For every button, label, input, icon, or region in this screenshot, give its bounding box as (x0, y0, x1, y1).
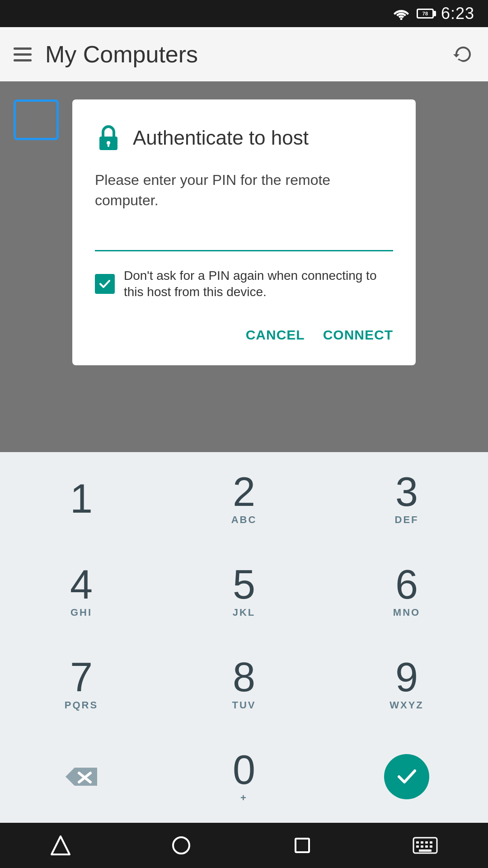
app-bar-left: My Computers (14, 41, 198, 68)
key-5[interactable]: 5 JKL (163, 545, 325, 637)
keyboard-button[interactable] (412, 834, 439, 857)
svg-rect-14 (430, 841, 432, 844)
dialog-title: Authenticate to host (133, 127, 309, 149)
recents-button[interactable] (291, 834, 314, 857)
checkmark-icon (99, 278, 111, 290)
status-bar: 78 6:23 (0, 0, 488, 27)
key-3[interactable]: 3 DEF (325, 452, 488, 545)
svg-point-0 (400, 18, 402, 20)
computer-card-peek (14, 99, 59, 140)
cancel-button[interactable]: CANCEL (246, 323, 305, 347)
svg-rect-12 (421, 841, 423, 844)
key-confirm[interactable] (325, 730, 488, 823)
svg-rect-3 (108, 144, 109, 147)
home-icon (170, 834, 192, 857)
dialog-title-row: Authenticate to host (95, 122, 393, 154)
connect-button[interactable]: CONNECT (323, 323, 393, 347)
key-2[interactable]: 2 ABC (163, 452, 325, 545)
dialog-message: Please enter your PIN for the remote com… (95, 170, 393, 211)
svg-rect-9 (296, 839, 309, 852)
backspace-icon (63, 763, 99, 790)
svg-rect-11 (416, 841, 419, 844)
confirm-checkmark-icon (394, 764, 419, 789)
key-0[interactable]: 0 + (163, 730, 325, 823)
keyboard-icon (412, 834, 439, 857)
svg-point-8 (173, 837, 189, 854)
key-8[interactable]: 8 TUV (163, 637, 325, 730)
svg-rect-17 (425, 845, 428, 848)
svg-marker-7 (52, 836, 70, 854)
recents-icon (291, 834, 314, 857)
back-button[interactable] (49, 834, 72, 857)
auth-dialog: Authenticate to host Please enter your P… (72, 99, 416, 365)
status-time: 6:23 (441, 4, 474, 23)
menu-button[interactable] (14, 47, 32, 61)
key-7[interactable]: 7 PQRS (0, 637, 163, 730)
key-9[interactable]: 9 WXYZ (325, 637, 488, 730)
svg-rect-16 (421, 845, 423, 848)
battery-icon: 78 (417, 9, 434, 19)
checkbox-label: Don't ask for a PIN again when connectin… (124, 268, 393, 301)
key-1[interactable]: 1 (0, 452, 163, 545)
back-icon (49, 834, 72, 857)
svg-rect-13 (425, 841, 428, 844)
app-bar: My Computers (0, 27, 488, 81)
key-6[interactable]: 6 MNO (325, 545, 488, 637)
refresh-button[interactable] (452, 43, 474, 66)
svg-rect-19 (419, 849, 432, 852)
dialog-actions: CANCEL CONNECT (95, 323, 393, 347)
svg-rect-18 (430, 845, 432, 848)
keypad: 1 2 ABC 3 DEF 4 GHI 5 JKL 6 MNO 7 PQRS 8 (0, 452, 488, 823)
pin-input[interactable] (95, 229, 393, 251)
key-delete[interactable] (0, 730, 163, 823)
checkbox-row: Don't ask for a PIN again when connectin… (95, 268, 393, 305)
keypad-grid: 1 2 ABC 3 DEF 4 GHI 5 JKL 6 MNO 7 PQRS 8 (0, 452, 488, 823)
svg-rect-15 (416, 845, 419, 848)
lock-icon (95, 122, 122, 154)
confirm-button-circle (384, 754, 429, 799)
refresh-icon (452, 43, 474, 66)
home-button[interactable] (170, 834, 192, 857)
page-title: My Computers (45, 41, 198, 68)
dont-ask-checkbox[interactable] (95, 274, 115, 294)
nav-bar (0, 823, 488, 868)
svg-marker-4 (66, 768, 97, 786)
key-4[interactable]: 4 GHI (0, 545, 163, 637)
overlay-area: Authenticate to host Please enter your P… (0, 81, 488, 452)
status-icons: 78 6:23 (393, 4, 474, 23)
wifi-icon (393, 7, 409, 20)
